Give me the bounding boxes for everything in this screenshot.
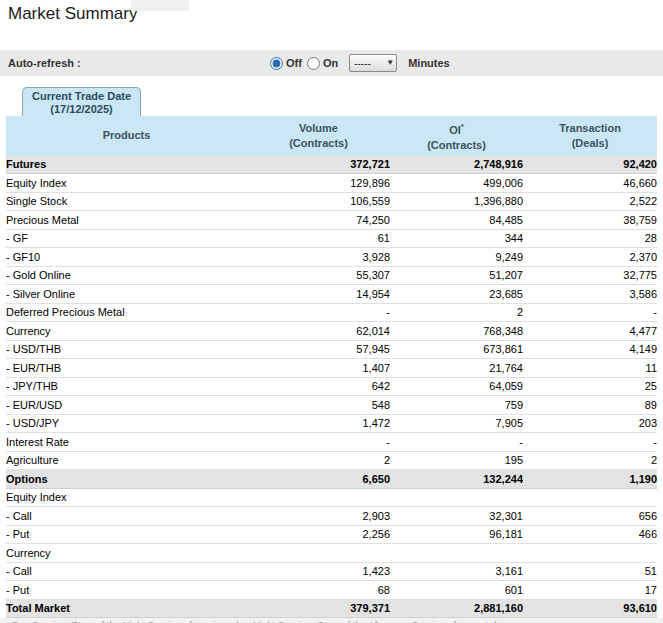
- transaction-cell: 2,522: [523, 192, 657, 211]
- oi-cell: 51,207: [390, 266, 523, 285]
- transaction-cell: 466: [523, 525, 657, 544]
- transaction-cell: 4,149: [523, 340, 657, 359]
- oi-cell: [390, 488, 523, 507]
- volume-cell: 68: [247, 581, 390, 600]
- transaction-cell: 38,759: [523, 211, 657, 230]
- transaction-cell: 46,660: [523, 174, 657, 193]
- transaction-cell: 93,610: [523, 599, 657, 618]
- volume-cell: 2,256: [247, 525, 390, 544]
- transaction-cell: [523, 488, 657, 507]
- transaction-cell: 11: [523, 359, 657, 378]
- volume-cell: 129,896: [247, 174, 390, 193]
- volume-cell: 2,903: [247, 507, 390, 526]
- oi-cell: 601: [390, 581, 523, 600]
- oi-cell: 768,348: [390, 322, 523, 341]
- tab-current-trade-date[interactable]: Current Trade Date (17/12/2025): [22, 87, 141, 116]
- volume-cell: 379,371: [247, 599, 390, 618]
- footnote: * Day Session: OI as of the Night Sessio…: [0, 618, 663, 623]
- volume-cell: 1,407: [247, 359, 390, 378]
- volume-cell: 57,945: [247, 340, 390, 359]
- radio-off[interactable]: [270, 57, 283, 70]
- table-row: Currency: [6, 544, 657, 563]
- product-cell: - JPY/THB: [6, 377, 247, 396]
- product-cell: - USD/JPY: [6, 414, 247, 433]
- table-row: - Put6860117: [6, 581, 657, 600]
- table-row: - Call2,90332,301656: [6, 507, 657, 526]
- product-cell: Agriculture: [6, 451, 247, 470]
- tab-line1: Current Trade Date: [32, 90, 131, 103]
- table-row: Deferred Precious Metal-2-: [6, 303, 657, 322]
- market-table-body: Futures372,7212,748,91692,420Equity Inde…: [6, 156, 657, 618]
- transaction-cell: 32,775: [523, 266, 657, 285]
- transaction-cell: [523, 544, 657, 563]
- volume-cell: 61: [247, 229, 390, 248]
- volume-cell: [247, 488, 390, 507]
- table-row: - Call1,4233,16151: [6, 562, 657, 581]
- transaction-cell: 17: [523, 581, 657, 600]
- table-row: Interest Rate---: [6, 433, 657, 452]
- table-row: - GF103,9289,2492,370: [6, 248, 657, 267]
- oi-cell: 1,396,880: [390, 192, 523, 211]
- minutes-select[interactable]: ----- ▼: [349, 54, 397, 72]
- oi-cell: -: [390, 433, 523, 452]
- table-row: Options6,650132,2441,190: [6, 470, 657, 489]
- volume-cell: 3,928: [247, 248, 390, 267]
- product-cell: - Put: [6, 581, 247, 600]
- table-row: Total Market379,3712,881,16093,610: [6, 599, 657, 618]
- oi-cell: 2,748,916: [390, 156, 523, 174]
- volume-cell: [247, 544, 390, 563]
- transaction-header: Transaction (Deals): [523, 116, 657, 156]
- oi-cell: 2: [390, 303, 523, 322]
- radio-on-text: On: [323, 57, 338, 69]
- volume-cell: -: [247, 433, 390, 452]
- product-cell: Equity Index: [6, 488, 247, 507]
- transaction-cell: 203: [523, 414, 657, 433]
- table-header-row: Products Volume (Contracts) OI* (Contrac…: [6, 116, 657, 156]
- product-cell: - Call: [6, 507, 247, 526]
- product-cell: Currency: [6, 544, 247, 563]
- auto-refresh-controls: Off On ----- ▼ Minutes: [270, 50, 450, 76]
- radio-off-label[interactable]: Off: [270, 57, 302, 70]
- transaction-cell: 51: [523, 562, 657, 581]
- volume-cell: 372,721: [247, 156, 390, 174]
- product-cell: - Silver Online: [6, 285, 247, 304]
- volume-cell: 62,014: [247, 322, 390, 341]
- oi-cell: 84,485: [390, 211, 523, 230]
- table-row: Precious Metal74,25084,48538,759: [6, 211, 657, 230]
- highlight-artifact: [131, 0, 189, 11]
- volume-cell: 2: [247, 451, 390, 470]
- product-cell: - GF: [6, 229, 247, 248]
- product-cell: - Call: [6, 562, 247, 581]
- oi-cell: 3,161: [390, 562, 523, 581]
- table-row: - JPY/THB64264,05925: [6, 377, 657, 396]
- table-row: - USD/JPY1,4727,905203: [6, 414, 657, 433]
- product-cell: - EUR/USD: [6, 396, 247, 415]
- oi-header: OI* (Contracts): [390, 116, 523, 156]
- table-row: - USD/THB57,945673,8614,149: [6, 340, 657, 359]
- chevron-down-icon: ▼: [386, 59, 394, 67]
- minutes-label: Minutes: [408, 57, 450, 69]
- product-cell: - Put: [6, 525, 247, 544]
- transaction-cell: 656: [523, 507, 657, 526]
- radio-on[interactable]: [307, 57, 320, 70]
- auto-refresh-label: Auto-refresh :: [0, 57, 81, 69]
- transaction-cell: 2: [523, 451, 657, 470]
- table-row: Equity Index: [6, 488, 657, 507]
- minutes-select-value: -----: [354, 58, 371, 69]
- product-cell: - Gold Online: [6, 266, 247, 285]
- transaction-cell: 2,370: [523, 248, 657, 267]
- product-cell: Equity Index: [6, 174, 247, 193]
- transaction-cell: 25: [523, 377, 657, 396]
- volume-cell: 55,307: [247, 266, 390, 285]
- page-title: Market Summary: [8, 4, 663, 24]
- oi-cell: 23,685: [390, 285, 523, 304]
- product-cell: Currency: [6, 322, 247, 341]
- transaction-cell: 28: [523, 229, 657, 248]
- product-cell: - USD/THB: [6, 340, 247, 359]
- product-cell: - EUR/THB: [6, 359, 247, 378]
- volume-cell: 1,423: [247, 562, 390, 581]
- volume-cell: 642: [247, 377, 390, 396]
- radio-on-label[interactable]: On: [307, 57, 338, 70]
- auto-refresh-bar: Auto-refresh : Off On ----- ▼ Minutes: [0, 50, 663, 76]
- transaction-cell: 4,477: [523, 322, 657, 341]
